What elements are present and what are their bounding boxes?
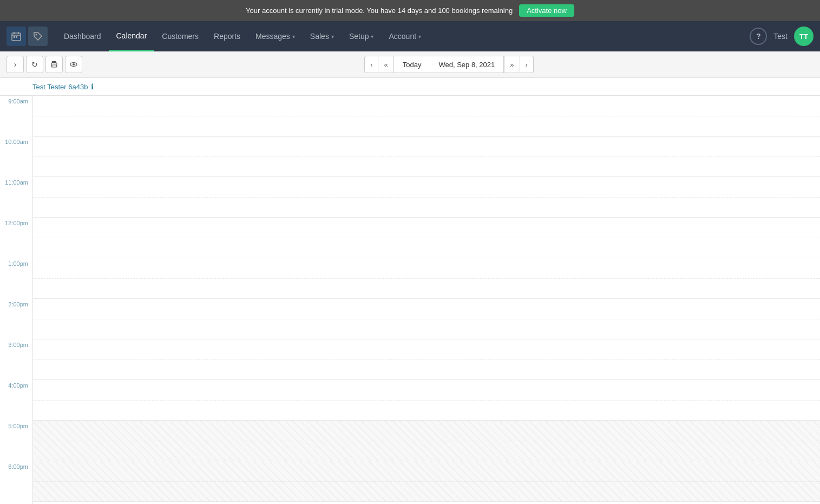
nav-account[interactable]: Account ▾ — [381, 22, 429, 50]
time-slot-label: 10:00am — [0, 136, 32, 177]
activate-button[interactable]: Activate now — [519, 4, 574, 17]
date-display: Wed, Sep 8, 2021 — [430, 56, 504, 73]
tag-icon-btn[interactable] — [28, 27, 48, 46]
svg-rect-9 — [52, 65, 56, 67]
tag-icon — [33, 31, 43, 41]
expand-icon: › — [14, 60, 17, 69]
refresh-button[interactable]: ↻ — [26, 56, 43, 73]
time-slot-label: 6:00pm — [0, 461, 32, 502]
time-label: 5:00pm — [8, 423, 28, 429]
avatar[interactable]: TT — [794, 27, 814, 46]
nav-calendar[interactable]: Calendar — [109, 22, 155, 51]
grid-row[interactable] — [33, 339, 820, 380]
grid-row[interactable] — [33, 218, 820, 258]
time-grid: 9:00am10:00am11:00am12:00pm1:00pm2:00pm3… — [0, 96, 820, 504]
calendar-icon-btn[interactable] — [6, 27, 26, 46]
help-button[interactable]: ? — [750, 28, 767, 45]
sales-chevron-icon: ▾ — [331, 34, 334, 40]
trial-banner: Your account is currently in trial mode.… — [0, 0, 820, 21]
grid-row[interactable] — [33, 421, 820, 461]
prev-prev-button[interactable]: « — [378, 56, 393, 73]
svg-point-6 — [36, 34, 37, 36]
time-label: 11:00am — [5, 179, 28, 186]
trial-message: Your account is currently in trial mode.… — [246, 6, 513, 15]
calendar-nav: ‹ « Today Wed, Sep 8, 2021 » › — [364, 56, 534, 73]
nav-customers[interactable]: Customers — [154, 22, 206, 50]
svg-rect-5 — [16, 36, 17, 38]
info-icon[interactable]: ℹ — [91, 82, 94, 91]
today-button[interactable]: Today — [394, 56, 430, 73]
print-button[interactable] — [45, 56, 63, 73]
grid-area — [32, 96, 820, 504]
eye-icon — [70, 61, 77, 68]
time-label: 3:00pm — [8, 342, 28, 348]
refresh-icon: ↻ — [31, 60, 38, 69]
account-chevron-icon: ▾ — [418, 34, 421, 40]
grid-row[interactable] — [33, 136, 820, 177]
nav-setup[interactable]: Setup ▾ — [342, 22, 382, 50]
toolbar: › ↻ ‹ « Today Wed, Sep 8, 2021 » › — [0, 51, 820, 78]
grid-row[interactable] — [33, 299, 820, 339]
grid-row[interactable] — [33, 96, 820, 136]
resource-header: Test Tester 6a43b ℹ — [0, 78, 820, 96]
time-slot-label: 5:00pm — [0, 421, 32, 461]
messages-chevron-icon: ▾ — [292, 34, 295, 40]
time-label: 9:00am — [8, 98, 28, 104]
grid-row[interactable] — [33, 461, 820, 502]
grid-row[interactable] — [33, 258, 820, 299]
time-label: 4:00pm — [8, 382, 28, 389]
time-slot-label: 3:00pm — [0, 339, 32, 380]
setup-chevron-icon: ▾ — [371, 34, 373, 40]
resource-name: Test Tester 6a43b ℹ — [32, 82, 94, 91]
time-label: 2:00pm — [8, 301, 28, 307]
time-slot-label: 2:00pm — [0, 299, 32, 339]
time-slot-label: 11:00am — [0, 177, 32, 218]
svg-rect-4 — [14, 36, 15, 38]
user-name: Test — [773, 32, 788, 41]
print-icon — [50, 61, 58, 68]
nav-links: Dashboard Calendar Customers Reports Mes… — [56, 22, 747, 51]
nav-reports[interactable]: Reports — [206, 22, 248, 50]
grid-row[interactable] — [33, 177, 820, 218]
next-next-button[interactable]: » — [504, 56, 520, 73]
svg-point-11 — [73, 63, 75, 66]
nav-dashboard[interactable]: Dashboard — [56, 22, 109, 50]
svg-rect-8 — [52, 61, 56, 63]
calendar-area: Test Tester 6a43b ℹ 9:00am10:00am11:00am… — [0, 78, 820, 504]
time-label: 12:00pm — [5, 220, 28, 226]
time-label: 1:00pm — [8, 260, 28, 267]
time-label: 6:00pm — [8, 463, 28, 470]
top-nav: Dashboard Calendar Customers Reports Mes… — [0, 21, 820, 51]
time-slot-label: 4:00pm — [0, 380, 32, 421]
time-slot-label: 12:00pm — [0, 218, 32, 258]
view-button[interactable] — [65, 56, 82, 73]
nav-sales[interactable]: Sales ▾ — [303, 22, 342, 50]
nav-messages[interactable]: Messages ▾ — [248, 22, 303, 50]
time-slot-label: 1:00pm — [0, 258, 32, 299]
nav-right: ? Test TT — [750, 27, 814, 46]
calendar-icon — [11, 31, 21, 41]
time-labels: 9:00am10:00am11:00am12:00pm1:00pm2:00pm3… — [0, 96, 32, 504]
grid-row[interactable] — [33, 380, 820, 421]
next-button[interactable]: › — [520, 56, 534, 73]
time-slot-label: 9:00am — [0, 96, 32, 136]
expand-button[interactable]: › — [6, 56, 24, 73]
time-label: 10:00am — [5, 139, 28, 145]
prev-button[interactable]: ‹ — [364, 56, 378, 73]
